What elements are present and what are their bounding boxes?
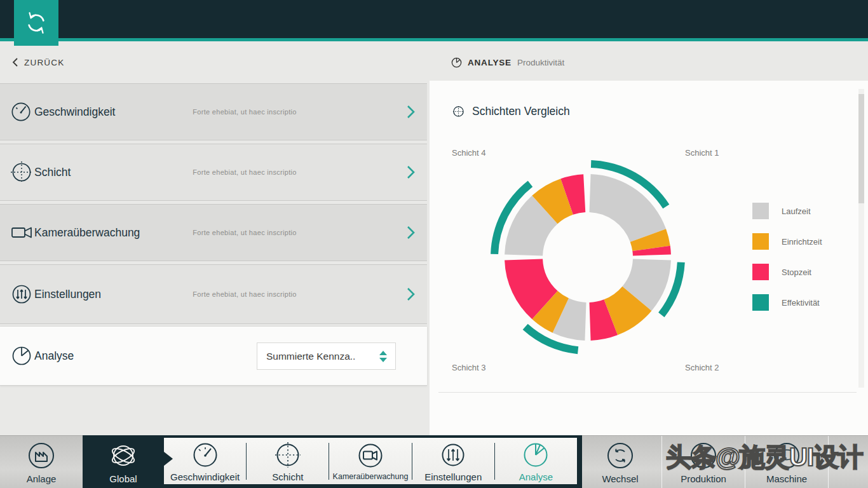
donut-segment-schicht1-laufzeit [589, 174, 666, 242]
nav-item-anlage[interactable]: Anlage [6, 436, 76, 488]
chevron-right-icon [404, 224, 417, 241]
subnav-item-einstellungen[interactable]: Einstellungen [412, 438, 494, 484]
app-logo[interactable] [14, 0, 58, 46]
nav-item-wechsel[interactable]: Wechsel [585, 436, 656, 488]
panel-title: Schichten Vergleich [472, 105, 570, 118]
global-sub-nav: Geschwindigkeit Schicht [164, 438, 577, 484]
legend-swatch-laufzeit [752, 203, 769, 219]
subnav-label: Analyse [519, 471, 553, 482]
nav-item-label: Anlage [27, 473, 57, 484]
breadcrumb-page: Produktivität [517, 58, 564, 67]
legend-label: Effektivität [782, 298, 820, 308]
global-orbit-icon [108, 440, 139, 471]
menu-item-desc: Forte ehebiat, ut haec inscriptio [153, 290, 337, 298]
chevron-right-icon [404, 104, 417, 120]
sync-icon [23, 10, 50, 36]
gauge-icon [10, 101, 32, 123]
menu-item-kameraueberwachung[interactable]: Kameraüberwachung Forte ehebiat, ut haec… [0, 204, 427, 261]
nav-divider [745, 436, 745, 488]
menu-item-label: Einstellungen [34, 288, 101, 301]
menu-item-desc: Forte ehebiat, ut haec inscriptio [153, 168, 337, 176]
subnav-label: Einstellungen [424, 471, 482, 482]
crosshair-circle-icon [10, 161, 33, 184]
target-circle-icon [452, 105, 465, 118]
top-bar [0, 0, 868, 38]
sliders-icon [10, 283, 33, 306]
back-label: ZURÜCK [24, 58, 64, 67]
produktion-icon [688, 440, 719, 471]
nav-divider [661, 436, 662, 488]
shift-comparison-donut-chart [483, 152, 693, 362]
chevron-right-icon [404, 164, 417, 180]
subnav-item-kameraueberwachung[interactable]: Kameraüberwachung [329, 438, 411, 484]
bottom-nav-bar: Anlage Global [0, 435, 868, 488]
back-button[interactable]: ZURÜCK [11, 57, 64, 67]
video-camera-icon [356, 441, 385, 470]
menu-item-analyse-selected: Analyse Summierte Kennza.. [0, 326, 427, 386]
pie-chart-icon [521, 440, 550, 470]
gauge-icon [191, 440, 220, 470]
legend-label: Stopzeit [782, 268, 811, 277]
nav-item-label: Maschine [766, 473, 807, 484]
analysis-panel: Schichten Vergleich Schicht 4 Schicht 1 … [430, 81, 868, 435]
legend-swatch-einrichtzeit [752, 233, 769, 250]
nav-item-label: Global [109, 473, 137, 484]
global-nav-group: Global Geschwindigkeit [83, 435, 582, 488]
legend-label: Einrichtzeit [782, 237, 822, 247]
nav-item-label: Wechsel [602, 473, 638, 484]
nav-item-produktion[interactable]: Produktion [668, 436, 738, 488]
legend-item: Laufzeit [752, 203, 822, 219]
chevron-right-icon [404, 286, 417, 302]
chart-legend: Laufzeit Einrichtzeit Stopzeit Effektivi… [752, 203, 822, 311]
legend-item: Einrichtzeit [752, 233, 822, 250]
back-chevron-icon [11, 57, 19, 67]
quadrant-label-schicht4: Schicht 4 [452, 148, 485, 158]
global-group-arrow [164, 452, 173, 466]
maschine-globe-icon [771, 440, 802, 471]
kpi-dropdown-value: Summierte Kennza.. [266, 351, 355, 362]
swap-arrows-icon [605, 440, 635, 471]
nav-item-label: Produktion [681, 473, 726, 484]
quadrant-label-schicht3: Schicht 3 [452, 363, 485, 372]
legend-item: Effektivität [752, 294, 822, 311]
panel-scrollbar-thumb[interactable] [858, 94, 864, 203]
analysis-pie-icon [451, 57, 462, 68]
subnav-item-analyse[interactable]: Analyse [495, 438, 577, 484]
factory-icon [26, 440, 57, 471]
kpi-dropdown[interactable]: Summierte Kennza.. [257, 342, 396, 370]
legend-label: Laufzeit [782, 207, 811, 216]
subnav-label: Kameraüberwachung [333, 472, 409, 481]
menu-item-label: Kameraüberwachung [34, 226, 140, 240]
panel-title-row: Schichten Vergleich [452, 105, 570, 118]
nav-divider [828, 436, 829, 488]
crosshair-circle-icon [273, 440, 302, 470]
subnav-item-geschwindigkeit[interactable]: Geschwindigkeit [164, 438, 246, 484]
panel-section-divider [438, 392, 857, 393]
menu-item-label: Analyse [34, 349, 74, 363]
panel-scrollbar[interactable] [858, 89, 864, 388]
menu-item-schicht[interactable]: Schicht Forte ehebiat, ut haec inscripti… [0, 144, 427, 201]
menu-item-label: Geschwindigkeit [34, 105, 115, 119]
pie-chart-icon [10, 344, 33, 367]
legend-swatch-stopzeit [752, 264, 769, 280]
legend-swatch-effektivitaet [752, 294, 769, 311]
menu-item-label: Schicht [34, 166, 71, 179]
subnav-label: Schicht [272, 471, 303, 482]
menu-item-desc: Forte ehebiat, ut haec inscriptio [153, 108, 337, 116]
video-camera-icon [10, 222, 34, 243]
menu-item-geschwindigkeit[interactable]: Geschwindigkeit Forte ehebiat, ut haec i… [0, 83, 427, 140]
app-root: Produktion läuft M. MÜLLER MEISTER SCHIC… [0, 0, 868, 488]
dropdown-chevrons-icon [379, 350, 388, 363]
breadcrumb: ANALYSE Produktivität [451, 57, 564, 68]
sliders-icon [438, 440, 468, 470]
menu-item-einstellungen[interactable]: Einstellungen Forte ehebiat, ut haec ins… [0, 264, 427, 324]
subnav-item-schicht[interactable]: Schicht [247, 438, 329, 484]
menu-item-desc: Forte ehebiat, ut haec inscriptio [153, 229, 337, 236]
nav-item-global[interactable]: Global [83, 435, 164, 488]
subnav-label: Geschwindigkeit [170, 471, 240, 482]
breadcrumb-section: ANALYSE [468, 58, 512, 67]
quadrant-label-schicht2: Schicht 2 [685, 363, 719, 372]
legend-item: Stopzeit [752, 264, 822, 280]
accent-strip [0, 38, 868, 41]
nav-item-maschine[interactable]: Maschine [752, 436, 822, 488]
